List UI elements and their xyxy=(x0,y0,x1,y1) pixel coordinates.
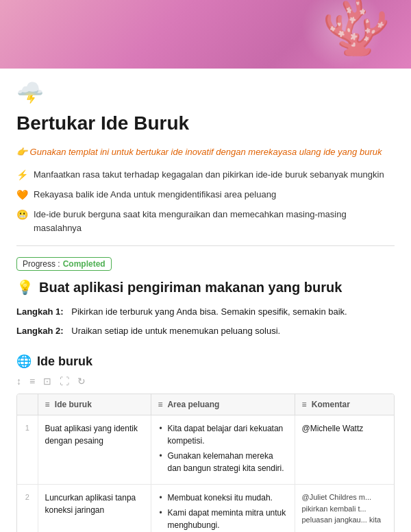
toolbar: ↕ ≡ ⊡ ⛶ ↻ xyxy=(16,376,395,387)
step-2: Langkah 2: Uraikan setiap ide untuk mene… xyxy=(16,324,395,338)
filter-icon[interactable]: ≡ xyxy=(29,376,35,387)
heart-icon: 🧡 xyxy=(16,188,28,202)
area-item: Kita dapat belajar dari kekuatan kompeti… xyxy=(158,422,288,447)
globe-icon: 🌐 xyxy=(16,354,32,369)
group-icon[interactable]: ⊡ xyxy=(43,376,51,387)
col-icon-ide: ≡ xyxy=(45,400,50,409)
col-icon-area: ≡ xyxy=(158,400,163,409)
row-number: 1 xyxy=(17,415,38,485)
table-header-row: ≡ Ide buruk ≡ Area peluang ≡ Komentar xyxy=(17,394,394,415)
section-heading: 💡 Buat aplikasi pengiriman makanan yang … xyxy=(16,279,395,295)
section-divider xyxy=(16,245,395,246)
ide-buruk-table: ≡ Ide buruk ≡ Area peluang ≡ Komentar xyxy=(16,394,395,532)
row-ide: Luncurkan aplikasi tanpa koneksi jaringa… xyxy=(38,485,151,533)
col-icon-komentar: ≡ xyxy=(302,400,307,409)
col-area-peluang: ≡ Area peluang xyxy=(151,394,295,415)
bullet-list: ⚡ Manfaatkan rasa takut terhadap kegagal… xyxy=(16,168,395,234)
area-item: Gunakan kelemahan mereka dan bangun stra… xyxy=(158,450,288,474)
intro-text: 👉 Gunakan templat ini untuk bertukar ide… xyxy=(16,147,395,157)
ide-buruk-section: 🌐 Ide buruk ↕ ≡ ⊡ ⛶ ↻ ≡ Ide buruk xyxy=(16,354,395,532)
grimace-icon: 😬 xyxy=(16,208,28,222)
row-komentar: @Juliet Childres m... pikirkan kembali t… xyxy=(295,485,394,533)
table-row: 2 Luncurkan aplikasi tanpa koneksi jarin… xyxy=(17,485,394,533)
col-ide-buruk: ≡ Ide buruk xyxy=(38,394,151,415)
row-area: Membuat koneksi itu mudah. Kami dapat me… xyxy=(151,485,295,533)
header-banner: 🪸 xyxy=(0,0,411,69)
list-item: ⚡ Manfaatkan rasa takut terhadap kegagal… xyxy=(16,168,395,182)
hide-icon[interactable]: ⛶ xyxy=(60,376,69,387)
table-row: 1 Buat aplikasi yang identik dengan pesa… xyxy=(17,415,394,485)
coral-decoration: 🪸 xyxy=(322,0,390,55)
row-number: 2 xyxy=(17,485,38,533)
app-icon: 🌩️ xyxy=(16,80,395,106)
row-area: Kita dapat belajar dari kekuatan kompeti… xyxy=(151,415,295,485)
lightning-icon: ⚡ xyxy=(16,168,28,182)
col-komentar: ≡ Komentar xyxy=(295,394,394,415)
ide-buruk-title: 🌐 Ide buruk xyxy=(16,354,395,369)
area-item: Membuat koneksi itu mudah. xyxy=(158,492,288,504)
list-item: 😬 Ide-ide buruk berguna saat kita mengur… xyxy=(16,208,395,234)
refresh-icon[interactable]: ↻ xyxy=(77,376,86,387)
bulb-icon: 💡 xyxy=(16,279,34,295)
list-item: 🧡 Rekayasa balik ide Anda untuk mengiden… xyxy=(16,188,395,202)
page-title: Bertukar Ide Buruk xyxy=(16,112,395,134)
page-content: 🌩️ Bertukar Ide Buruk 👉 Gunakan templat … xyxy=(0,69,411,532)
progress-status: Completed xyxy=(63,259,105,269)
progress-badge: Progress : Completed xyxy=(16,257,112,271)
col-number xyxy=(17,394,38,415)
sort-icon[interactable]: ↕ xyxy=(16,376,21,387)
step-1: Langkah 1: Pikirkan ide terburuk yang An… xyxy=(16,305,395,319)
row-komentar: @Michelle Wattz xyxy=(295,415,394,485)
area-item: Kami dapat meminta mitra untuk menghubun… xyxy=(158,507,288,531)
row-ide: Buat aplikasi yang identik dengan pesain… xyxy=(38,415,151,485)
